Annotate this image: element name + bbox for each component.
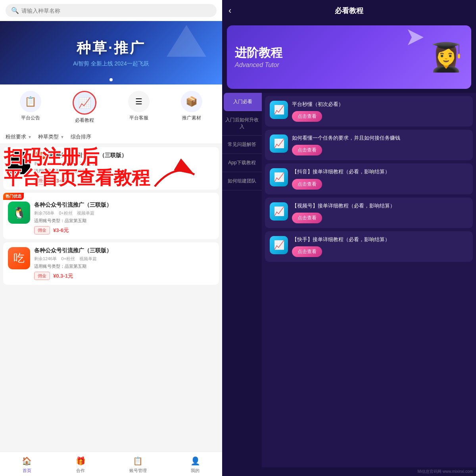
tutorial-item-2[interactable]: 📈 如何看懂一个任务的要求，并且如何接任务赚钱 点击查看 <box>265 130 473 160</box>
task-card-2[interactable]: 热门优选 🐧 各种公众号引流推广（三联版） 剩余768单 0+粉丝 视频单篇 适… <box>3 193 219 239</box>
tut-title-4: 【视频号】接单详细教程（必看，影响结算） <box>292 202 468 209</box>
tut-btn-3[interactable]: 点击查看 <box>292 179 322 190</box>
tut-btn-4[interactable]: 点击查看 <box>292 213 322 223</box>
task-body-3: 各种公众号引流推广（三联版） 剩余1246单 0+粉丝 视频单篇 适用账号类型：… <box>34 247 214 280</box>
banner-dot <box>109 78 113 81</box>
tab-faq[interactable]: 常见问题解答 <box>222 136 262 154</box>
commission-amount-2: ¥3-6元 <box>53 227 69 234</box>
commission-label-3: 佣金 <box>34 272 50 280</box>
left-panel: 🔍 种草·推广 Ai智剪 全新上线 2024一起飞跃 📋 平台公告 📈 必看教程… <box>0 0 222 476</box>
must-watch-icon: 📈 <box>73 91 96 115</box>
fans-2: 0+粉丝 <box>59 211 73 215</box>
search-icon: 🔍 <box>11 7 19 14</box>
banner-title: 种草·推广 <box>77 38 146 58</box>
tut-title-3: 【抖音】接单详细教程（必看，影响结算） <box>292 168 468 175</box>
tab-team[interactable]: 如何组建团队 <box>222 172 262 190</box>
task-account-1: 适用账号类型：品宣第五期 <box>34 168 214 174</box>
task-icon-wechat: 🐧 <box>8 202 30 224</box>
quick-item-must-watch[interactable]: 📈 必看教程 <box>73 91 96 124</box>
task-icon-douyin2: 吃 <box>8 247 30 269</box>
tut-body-4: 【视频号】接单详细教程（必看，影响结算） 点击查看 <box>292 202 468 223</box>
task-meta-1: 剩余2669单 0+粉丝 视频单篇 <box>34 161 214 167</box>
fans-arrow-icon: ▼ <box>28 135 32 139</box>
fans-1: 0+粉丝 <box>61 161 75 166</box>
advanced-banner: 进阶教程 Advanced Tutor 👩‍🎓 <box>227 25 471 89</box>
task-title-3: 各种公众号引流推广（三联版） <box>34 247 112 254</box>
commission-row-3: 佣金 ¥0.3-1元 <box>34 272 214 280</box>
tut-icon-4: 📈 <box>270 202 288 221</box>
commission-label-1: 佣金 <box>34 177 50 185</box>
task-meta-2: 剩余768单 0+粉丝 视频单篇 <box>34 210 214 216</box>
banner-subtitle: Ai智剪 全新上线 2024一起飞跃 <box>73 60 149 67</box>
type-arrow-icon: ▼ <box>60 135 64 139</box>
tab-income[interactable]: 入门后如何升收入 <box>222 111 262 136</box>
tut-body-1: 平台秒懂（初次必看） 点击查看 <box>292 101 468 122</box>
task-card-3[interactable]: 吃 各种公众号引流推广（三联版） 剩余1246单 0+粉丝 视频单篇 适用账号类… <box>3 242 219 285</box>
commission-row-2: 佣金 ¥3-6元 <box>34 226 214 234</box>
nav-account[interactable]: 📋 账号管理 <box>129 456 147 474</box>
task-account-2: 适用账号类型：品宣第五期 <box>34 218 214 224</box>
filter-fans[interactable]: 粉丝要求 ▼ <box>6 133 32 140</box>
tut-body-5: 【快手】接单详细教程（必看，影响结算） 点击查看 <box>292 236 468 257</box>
coop-icon: 🎁 <box>75 456 86 466</box>
task-icon-tiktok: ♪ <box>8 152 30 174</box>
remaining-1: 剩余2669单 <box>34 161 57 166</box>
nav-mine[interactable]: 👤 我的 <box>190 456 200 474</box>
filter-sort[interactable]: 综合排序 <box>71 133 91 140</box>
tut-btn-5[interactable]: 点击查看 <box>292 246 322 257</box>
platform-notice-label: 平台公告 <box>21 115 40 121</box>
task-body-2: 各种公众号引流推广（三联版） 剩余768单 0+粉丝 视频单篇 适用账号类型：品… <box>34 202 214 234</box>
must-watch-label: 必看教程 <box>75 117 94 124</box>
task-card-1[interactable]: ♪ 置顶 各种公众号引流推广（三联版） 剩余2669单 0+粉丝 视频单篇 适用… <box>3 147 219 190</box>
tutorial-content: 📈 平台秒懂（初次必看） 点击查看 📈 如何看懂一个任务的要求，并且如何接任务赚… <box>262 93 476 467</box>
promo-material-label: 推广素材 <box>182 115 201 121</box>
quick-item-promo-material[interactable]: 📦 推广素材 <box>181 91 202 124</box>
tab-intro[interactable]: 入门必看 <box>224 93 262 111</box>
advanced-figure: 👩‍🎓 <box>429 41 463 73</box>
tab-sidebar: 入门必看 入门后如何升收入 常见问题解答 App下载教程 如何组建团队 <box>222 93 262 467</box>
tab-download[interactable]: App下载教程 <box>222 154 262 172</box>
tut-icon-5: 📈 <box>270 236 288 254</box>
tut-icon-3: 📈 <box>270 168 288 186</box>
quick-item-platform-service[interactable]: ☰ 平台客服 <box>128 91 150 124</box>
filter-type[interactable]: 种草类型 ▼ <box>38 133 64 140</box>
tutorial-item-5[interactable]: 📈 【快手】接单详细教程（必看，影响结算） 点击查看 <box>265 231 473 262</box>
svg-text:♪: ♪ <box>17 159 21 167</box>
search-bar: 🔍 <box>0 0 222 21</box>
right-header: ‹ 必看教程 <box>222 0 476 21</box>
tutorial-item-3[interactable]: 📈 【抖音】接单详细教程（必看，影响结算） 点击查看 <box>265 163 473 194</box>
fans-3: 0+粉丝 <box>61 256 75 261</box>
task-title-1: 各种公众号引流推广（三联版） <box>49 152 127 159</box>
platform-service-icon: ☰ <box>128 91 150 112</box>
type-3: 视频单篇 <box>79 256 97 261</box>
commission-amount-3: ¥0.3-1元 <box>53 273 73 280</box>
remaining-3: 剩余1246单 <box>34 256 57 261</box>
bottom-nav: 🏠 首页 🎁 合作 📋 账号管理 👤 我的 <box>0 451 222 476</box>
search-input-wrap[interactable]: 🔍 <box>6 4 217 17</box>
tut-btn-1[interactable]: 点击查看 <box>292 111 322 122</box>
search-input[interactable] <box>21 8 211 14</box>
back-button[interactable]: ‹ <box>228 6 231 16</box>
quick-item-platform-notice[interactable]: 📋 平台公告 <box>20 91 41 124</box>
platform-service-label: 平台客服 <box>129 115 148 121</box>
tut-body-2: 如何看懂一个任务的要求，并且如何接任务赚钱 点击查看 <box>292 134 468 155</box>
tut-icon-2: 📈 <box>270 134 288 153</box>
nav-home[interactable]: 🏠 首页 <box>22 456 32 474</box>
commission-row-1: 佣金 ¥3-6元 <box>34 177 214 185</box>
platform-notice-icon: 📋 <box>20 91 41 112</box>
tutorial-item-4[interactable]: 📈 【视频号】接单详细教程（必看，影响结算） 点击查看 <box>265 198 473 228</box>
coop-label: 合作 <box>76 468 85 474</box>
home-icon: 🏠 <box>22 456 32 466</box>
task-list: ♪ 置顶 各种公众号引流推广（三联版） 剩余2669单 0+粉丝 视频单篇 适用… <box>0 144 222 451</box>
tut-title-5: 【快手】接单详细教程（必看，影响结算） <box>292 236 468 243</box>
right-title: 必看教程 <box>335 6 363 15</box>
tutorial-item-1[interactable]: 📈 平台秒懂（初次必看） 点击查看 <box>265 96 473 127</box>
task-badge-1: 置顶 <box>34 152 47 159</box>
tut-title-1: 平台秒懂（初次必看） <box>292 101 468 108</box>
svg-marker-3 <box>408 29 424 45</box>
tut-title-2: 如何看懂一个任务的要求，并且如何接任务赚钱 <box>292 134 468 142</box>
right-panel: ‹ 必看教程 进阶教程 Advanced Tutor 👩‍🎓 入门必看 入门后如… <box>222 0 476 476</box>
tut-btn-2[interactable]: 点击查看 <box>292 145 322 155</box>
nav-coop[interactable]: 🎁 合作 <box>75 456 86 474</box>
commission-label-2: 佣金 <box>34 226 50 234</box>
